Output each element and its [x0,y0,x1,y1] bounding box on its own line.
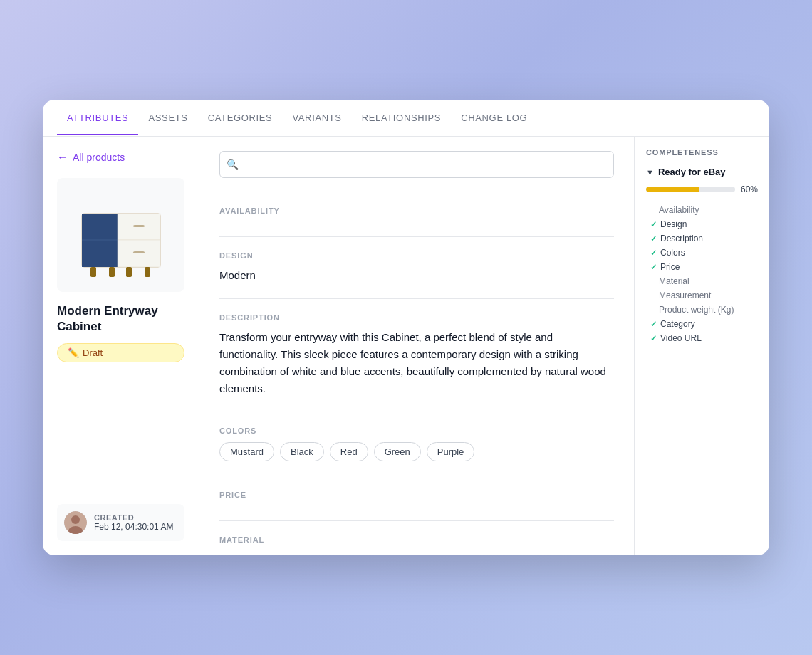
tab-variants[interactable]: VARIANTS [282,101,351,135]
product-title: Modern Entryway Cabinet [57,303,184,335]
completeness-item-availability: Availability [646,203,758,217]
svg-rect-2 [82,240,118,267]
draft-badge[interactable]: ✏️ Draft [57,343,184,362]
section-description: DESCRIPTION Transform your entryway with… [219,299,614,412]
back-arrow-icon: ← [57,151,68,164]
search-bar: 🔍 [219,151,614,178]
product-image [57,178,184,292]
back-link-label: All products [73,152,125,163]
svg-rect-1 [82,214,118,240]
availability-completeness-label: Availability [659,205,699,215]
section-material: MATERIAL [219,521,614,555]
design-label: DESIGN [219,251,614,260]
avatar [64,511,87,534]
tab-assets[interactable]: ASSETS [138,101,197,135]
color-tags: Mustard Black Red Green Purple [219,442,614,461]
completeness-item-material: Material [646,274,758,288]
color-tag-mustard[interactable]: Mustard [219,442,274,461]
completeness-item-video: ✓ Video URL [646,331,758,345]
content-area: 🔍 AVAILABILITY DESIGN Modern DESCRIPTION… [199,137,634,555]
svg-rect-8 [90,267,96,277]
section-colors: COLORS Mustard Black Red Green Purple [219,412,614,476]
completeness-item-category: ✓ Category [646,317,758,331]
ebay-header: ▼ Ready for eBay [646,167,758,177]
cabinet-illustration [75,192,167,278]
section-design: DESIGN Modern [219,237,614,299]
check-icon-colors: ✓ [650,248,657,258]
completeness-title: COMPLETENESS [646,148,758,157]
color-tag-black[interactable]: Black [280,442,324,461]
section-availability: AVAILABILITY [219,192,614,237]
completeness-panel: COMPLETENESS ▼ Ready for eBay 60% Availa… [634,137,769,555]
main-window: ATTRIBUTES ASSETS CATEGORIES VARIANTS RE… [43,100,769,555]
check-icon-design: ✓ [650,220,657,229]
tab-relationships[interactable]: RELATIONSHIPS [352,101,452,135]
price-label: PRICE [219,491,614,499]
completeness-item-description: ✓ Description [646,231,758,246]
sidebar: ← All products [43,137,199,555]
svg-point-13 [71,515,80,524]
availability-label: AVAILABILITY [219,206,614,215]
check-icon-description: ✓ [650,234,657,243]
created-date: Feb 12, 04:30:01 AM [94,522,173,532]
completeness-item-design: ✓ Design [646,217,758,231]
ebay-section: ▼ Ready for eBay 60% Availability ✓ Desi… [646,167,758,345]
created-label: CREATED [94,513,173,522]
description-completeness-label: Description [660,234,703,243]
progress-bar-container: 60% [646,184,758,194]
price-completeness-label: Price [660,262,680,272]
design-value: Modern [219,267,614,284]
check-icon-price: ✓ [650,263,657,272]
completeness-item-weight: Product weight (Kg) [646,303,758,317]
colors-label: COLORS [219,426,614,435]
completeness-item-colors: ✓ Colors [646,246,758,260]
svg-rect-10 [126,267,132,277]
color-tag-green[interactable]: Green [374,442,421,461]
check-icon-video: ✓ [650,334,657,343]
search-icon: 🔍 [227,159,239,170]
completeness-item-measurement: Measurement [646,288,758,303]
avatar-svg [64,511,87,534]
video-completeness-label: Video URL [660,333,702,343]
weight-completeness-label: Product weight (Kg) [659,305,734,315]
main-layout: ← All products [43,137,769,555]
svg-rect-9 [109,267,115,277]
section-price: PRICE [219,476,614,521]
tab-categories[interactable]: CATEGORIES [198,101,283,135]
description-label: DESCRIPTION [219,313,614,322]
colors-completeness-label: Colors [660,248,685,258]
color-tag-red[interactable]: Red [330,442,368,461]
search-input[interactable] [219,151,614,178]
color-tag-purple[interactable]: Purple [427,442,475,461]
pencil-icon: ✏️ [68,347,79,358]
created-info: CREATED Feb 12, 04:30:01 AM [94,513,173,532]
svg-rect-6 [133,251,145,253]
draft-label: Draft [83,347,103,358]
progress-bar-bg [646,187,735,192]
check-icon-category: ✓ [650,320,657,329]
design-completeness-label: Design [660,219,687,229]
collapse-icon[interactable]: ▼ [646,168,654,177]
category-completeness-label: Category [660,319,695,329]
created-section: CREATED Feb 12, 04:30:01 AM [57,504,184,541]
svg-rect-5 [133,225,145,227]
description-value: Transform your entryway with this Cabine… [219,329,614,397]
tab-bar: ATTRIBUTES ASSETS CATEGORIES VARIANTS RE… [43,100,769,137]
tab-change-log[interactable]: CHANGE LOG [451,101,537,135]
completeness-item-price: ✓ Price [646,260,758,274]
measurement-completeness-label: Measurement [659,290,711,300]
progress-bar-fill [646,187,699,192]
tab-attributes[interactable]: ATTRIBUTES [57,101,138,135]
svg-rect-11 [145,267,150,277]
material-completeness-label: Material [659,276,689,286]
ebay-label: Ready for eBay [658,167,726,177]
progress-pct: 60% [741,184,758,194]
back-link[interactable]: ← All products [57,151,184,164]
material-label: MATERIAL [219,535,614,544]
